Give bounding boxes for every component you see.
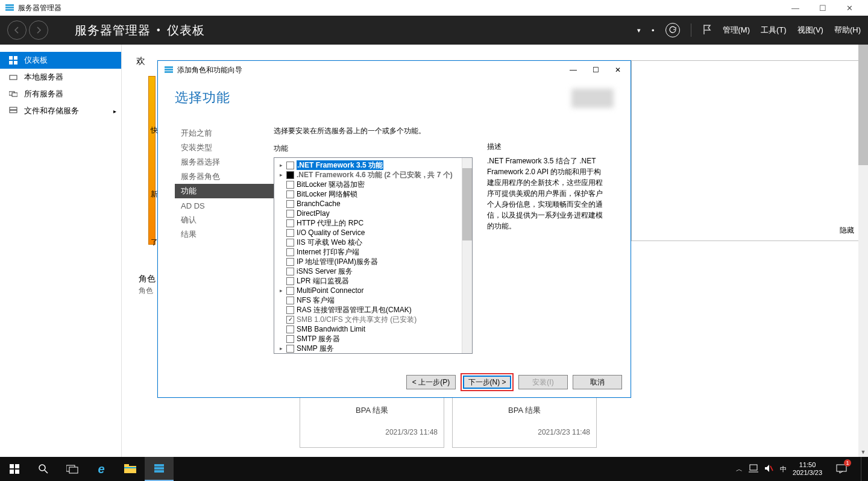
minimize-button[interactable]: —	[782, 0, 809, 16]
task-view-button[interactable]	[58, 457, 87, 481]
ie-icon[interactable]: e	[87, 457, 116, 481]
checkbox[interactable]	[286, 219, 294, 227]
feature-item[interactable]: ▸.NET Framework 3.5 功能	[278, 160, 461, 170]
dialog-maximize-button[interactable]: ☐	[593, 66, 599, 74]
nav-forward-button[interactable]	[29, 20, 48, 40]
wizard-step[interactable]: 服务器选择	[175, 155, 274, 169]
volume-icon[interactable]	[764, 464, 774, 474]
dialog-close-button[interactable]: ✕	[615, 66, 621, 74]
menu-manage[interactable]: 管理(M)	[723, 25, 750, 36]
svg-rect-24	[124, 464, 129, 467]
checkbox[interactable]	[286, 190, 294, 198]
feature-item[interactable]: ▸.NET Framework 4.6 功能 (2 个已安装 , 共 7 个)	[278, 170, 461, 180]
checkbox[interactable]	[286, 181, 294, 189]
checkbox[interactable]	[286, 239, 294, 247]
expand-icon[interactable]: ▸	[278, 286, 284, 295]
checkbox[interactable]	[286, 277, 294, 285]
checkbox[interactable]	[286, 297, 294, 304]
checkbox[interactable]	[286, 345, 294, 353]
next-button[interactable]: 下一步(N) >	[463, 376, 511, 389]
feature-item[interactable]: I/O Quality of Service	[278, 228, 461, 237]
feature-item[interactable]: IIS 可承载 Web 核心	[278, 237, 461, 247]
checkbox[interactable]	[286, 210, 294, 218]
start-button[interactable]	[0, 457, 29, 481]
checkbox[interactable]	[286, 171, 294, 179]
checkbox[interactable]	[286, 335, 294, 343]
menu-tools[interactable]: 工具(T)	[761, 25, 787, 36]
server-manager-taskbar-icon[interactable]	[145, 457, 174, 481]
refresh-icon[interactable]	[665, 23, 680, 37]
expand-icon[interactable]: ▸	[278, 160, 284, 170]
filter-icon[interactable]: •	[652, 26, 655, 35]
explorer-icon[interactable]	[116, 457, 145, 481]
menu-help[interactable]: 帮助(H)	[834, 25, 861, 36]
show-desktop-button[interactable]	[861, 457, 864, 481]
notification-icon[interactable]	[828, 457, 855, 481]
network-icon[interactable]	[749, 464, 758, 474]
wizard-step[interactable]: 服务器角色	[175, 169, 274, 184]
feature-item[interactable]: SMB 1.0/CIFS 文件共享支持 (已安装)	[278, 315, 461, 324]
tray-expand-icon[interactable]: ︿	[736, 465, 743, 474]
hide-button[interactable]: 隐藏	[840, 225, 854, 236]
svg-rect-22	[69, 467, 78, 473]
sidebar-item-dashboard[interactable]: 仪表板	[0, 52, 121, 69]
feature-item[interactable]: IP 地址管理(IPAM)服务器	[278, 257, 461, 266]
main-scrollbar[interactable]	[858, 45, 868, 457]
flag-icon[interactable]	[702, 24, 712, 37]
install-button[interactable]: 安装(I)	[518, 375, 568, 389]
expand-icon[interactable]: ▸	[278, 344, 284, 353]
servers-icon	[8, 89, 18, 99]
menu-view[interactable]: 视图(V)	[797, 25, 823, 36]
checkbox[interactable]	[286, 200, 294, 208]
ime-indicator[interactable]: 中	[780, 465, 787, 474]
nav-back-button[interactable]	[7, 20, 27, 40]
checkbox[interactable]	[286, 306, 294, 314]
breadcrumb-app: 服务器管理器	[75, 22, 151, 39]
features-scrollbar[interactable]	[462, 158, 472, 353]
feature-item[interactable]: ▸SNMP 服务	[278, 344, 461, 353]
feature-item[interactable]: NFS 客户端	[278, 295, 461, 305]
wizard-step[interactable]: 开始之前	[175, 126, 274, 140]
taskbar-clock[interactable]: 11:50 2021/3/23	[793, 461, 822, 477]
features-listbox[interactable]: ▸.NET Framework 3.5 功能▸.NET Framework 4.…	[274, 157, 473, 354]
close-button[interactable]: ✕	[836, 0, 863, 16]
feature-item[interactable]: ▸MultiPoint Connector	[278, 286, 461, 295]
checkbox[interactable]	[286, 258, 294, 266]
feature-item[interactable]: iSNS Server 服务	[278, 266, 461, 276]
dialog-minimize-button[interactable]: —	[570, 66, 577, 74]
cancel-button[interactable]: 取消	[573, 375, 622, 389]
checkbox[interactable]	[286, 229, 294, 237]
prev-button[interactable]: < 上一步(P)	[406, 375, 456, 389]
chevron-down-icon[interactable]: ▾	[637, 27, 641, 34]
scroll-down-icon[interactable]: ▼	[858, 447, 868, 457]
feature-item[interactable]: SMTP 服务器	[278, 334, 461, 344]
checkbox[interactable]	[286, 325, 294, 333]
wizard-step[interactable]: AD DS	[175, 198, 274, 213]
feature-item[interactable]: HTTP 代理上的 RPC	[278, 218, 461, 228]
wizard-step[interactable]: 确认	[175, 213, 274, 227]
svg-rect-2	[5, 9, 14, 11]
tile-time: 2021/3/23 11:48	[385, 428, 438, 436]
feature-item[interactable]: BranchCache	[278, 199, 461, 209]
sidebar-item-local-server[interactable]: 本地服务器	[0, 69, 121, 86]
feature-item[interactable]: BitLocker 网络解锁	[278, 189, 461, 199]
search-button[interactable]	[29, 457, 58, 481]
feature-item[interactable]: Internet 打印客户端	[278, 247, 461, 257]
checkbox[interactable]	[286, 162, 294, 169]
wizard-step[interactable]: 功能	[175, 184, 274, 198]
expand-icon[interactable]: ▸	[278, 170, 284, 180]
checkbox[interactable]	[286, 268, 294, 275]
wizard-step[interactable]: 安装类型	[175, 140, 274, 155]
maximize-button[interactable]: ☐	[809, 0, 836, 16]
feature-item[interactable]: SMB Bandwidth Limit	[278, 324, 461, 334]
checkbox[interactable]	[286, 248, 294, 256]
wizard-step[interactable]: 结果	[175, 227, 274, 242]
sidebar-item-all-servers[interactable]: 所有服务器	[0, 86, 121, 102]
feature-item[interactable]: RAS 连接管理器管理工具包(CMAK)	[278, 305, 461, 315]
feature-item[interactable]: LPR 端口监视器	[278, 276, 461, 286]
feature-item[interactable]: BitLocker 驱动器加密	[278, 180, 461, 189]
sidebar-item-file-storage[interactable]: 文件和存储服务 ▸	[0, 102, 121, 119]
feature-item[interactable]: DirectPlay	[278, 209, 461, 218]
checkbox[interactable]	[286, 316, 294, 324]
checkbox[interactable]	[286, 287, 294, 295]
